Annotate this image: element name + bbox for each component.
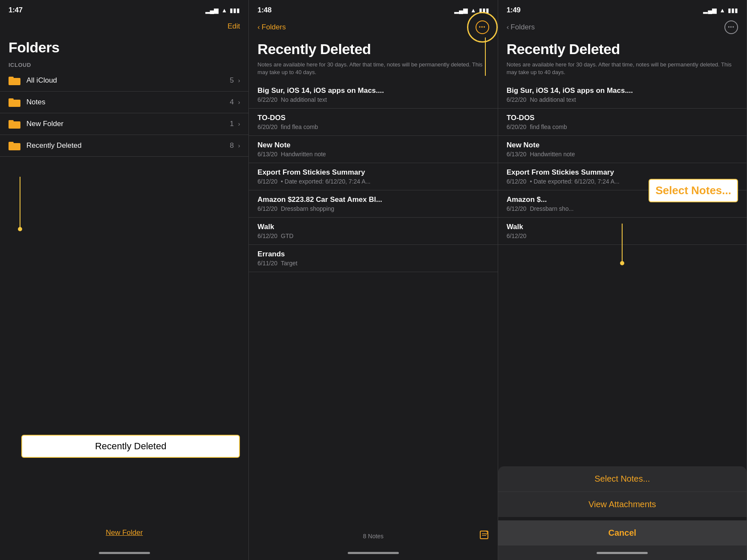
note-meta-2-0: 6/22/20 No additional text	[257, 96, 489, 103]
folder-item-recentlydeleted[interactable]: Recently Deleted 8 ›	[0, 135, 248, 157]
select-notes-label: Select Notes...	[594, 474, 650, 483]
new-folder-link[interactable]: New Folder	[0, 520, 248, 546]
back-button-2[interactable]: ‹ Folders	[257, 23, 286, 32]
note-preview-2-0: No additional text	[281, 96, 327, 103]
panel-1-folders: 1:47 ▂▄▆ ▲ ▮▮▮ Edit Folders ICLOUD All i…	[0, 0, 249, 560]
annotation-dot-1	[18, 227, 22, 231]
annotation-line-3	[622, 224, 623, 262]
edit-button[interactable]: Edit	[228, 22, 240, 31]
note-item-2-6[interactable]: Errands 6/11/20 Target	[249, 245, 497, 272]
home-indicator-1	[0, 546, 248, 560]
panel-3-action-sheet: 1:49 ▂▄▆ ▲ ▮▮▮ ‹ Folders ••• Recently De…	[498, 0, 747, 560]
folder-name-allicloud: All iCloud	[26, 76, 230, 85]
note-meta-2-3: 6/12/20 • Date exported: 6/12/20, 7:24 A…	[257, 178, 489, 185]
folder-name-recentlydeleted: Recently Deleted	[26, 141, 230, 150]
action-sheet-select-notes[interactable]: Select Notes...	[498, 466, 747, 492]
chevron-left-icon-3: ‹	[507, 23, 509, 32]
action-sheet: Select Notes... View Attachments	[498, 466, 747, 517]
folder-item-newfolder[interactable]: New Folder 1 ›	[0, 113, 248, 135]
folder-icon-notes	[9, 98, 20, 107]
note-title-3-0: Big Sur, iOS 14, iOS apps on Macs....	[507, 86, 738, 95]
note-preview-3-1: find flea comb	[530, 123, 567, 130]
folder-item-all-icloud[interactable]: All iCloud 5 ›	[0, 70, 248, 92]
chevron-recentlydeleted: ›	[238, 142, 240, 149]
chevron-notes: ›	[238, 99, 240, 106]
battery-icon-2: ▮▮▮	[479, 7, 489, 14]
note-date-2-1: 6/20/20	[257, 123, 277, 130]
status-time-2: 1:48	[257, 6, 271, 14]
note-meta-3-0: 6/22/20 No additional text	[507, 96, 738, 103]
folder-icon-allicloud	[9, 76, 20, 85]
panel-2-recently-deleted: 1:48 ▂▄▆ ▲ ▮▮▮ ‹ Folders ••• Recently De…	[249, 0, 498, 560]
ellipsis-button-3[interactable]: •••	[724, 20, 738, 34]
note-item-2-5[interactable]: Walk 6/12/20 GTD	[249, 218, 497, 245]
note-date-2-0: 6/22/20	[257, 96, 277, 103]
view-attachments-label: View Attachments	[588, 500, 656, 509]
note-meta-3-1: 6/20/20 find flea comb	[507, 123, 738, 130]
note-preview-2-4: Dressbarn shopping	[281, 205, 334, 212]
svg-rect-9	[480, 531, 488, 539]
folder-icon-recentlydeleted	[9, 141, 20, 150]
action-sheet-cancel[interactable]: Cancel	[498, 520, 747, 546]
note-meta-3-4: 6/12/20 Dressbarn sho...	[507, 205, 738, 212]
signal-icon-3: ▂▄▆	[703, 7, 717, 14]
ellipsis-button-2[interactable]: •••	[476, 20, 489, 34]
note-preview-3-0: No additional text	[530, 96, 576, 103]
ellipsis-button-wrapper: •••	[476, 20, 489, 34]
note-date-3-1: 6/20/20	[507, 123, 527, 130]
folder-name-notes: Notes	[26, 98, 230, 106]
cancel-label: Cancel	[609, 528, 637, 537]
wifi-icon-3: ▲	[719, 7, 725, 14]
note-date-2-2: 6/13/20	[257, 151, 277, 158]
folder-icon-newfolder	[9, 119, 20, 129]
note-preview-2-6: Target	[281, 260, 297, 267]
signal-icon-1: ▂▄▆	[205, 7, 219, 14]
action-sheet-view-attachments[interactable]: View Attachments	[498, 492, 747, 517]
status-icons-1: ▂▄▆ ▲ ▮▮▮	[205, 7, 240, 14]
note-title-2-6: Errands	[257, 250, 489, 258]
note-item-2-4[interactable]: Amazon $223.82 Car Seat Amex Bl... 6/12/…	[249, 190, 497, 218]
note-preview-2-1: find flea comb	[281, 123, 318, 130]
status-bar-1: 1:47 ▂▄▆ ▲ ▮▮▮	[0, 0, 248, 19]
note-item-2-1[interactable]: TO-DOS 6/20/20 find flea comb	[249, 109, 497, 136]
note-item-2-0[interactable]: Big Sur, iOS 14, iOS apps on Macs.... 6/…	[249, 81, 497, 109]
chevron-allicloud: ›	[238, 77, 240, 84]
home-indicator-3	[498, 546, 747, 560]
folder-item-notes[interactable]: Notes 4 ›	[0, 92, 248, 113]
note-date-3-0: 6/22/20	[507, 96, 527, 103]
status-time-1: 1:47	[9, 6, 23, 14]
note-date-3-5: 6/12/20	[507, 233, 527, 239]
page-subtitle-3: Notes are available here for 30 days. Af…	[498, 59, 747, 81]
note-preview-3-2: Handwritten note	[530, 151, 575, 158]
callout-label-text-3: Select Notes...	[655, 184, 731, 197]
signal-icon-2: ▂▄▆	[454, 7, 468, 14]
page-title-1: Folders	[0, 36, 248, 57]
page-subtitle-2: Notes are available here for 30 days. Af…	[249, 59, 497, 81]
note-item-3-0: Big Sur, iOS 14, iOS apps on Macs.... 6/…	[498, 81, 747, 109]
svg-rect-8	[9, 142, 14, 144]
note-meta-3-2: 6/13/20 Handwritten note	[507, 151, 738, 158]
status-bar-3: 1:49 ▂▄▆ ▲ ▮▮▮	[498, 0, 747, 19]
back-button-3[interactable]: ‹ Folders	[507, 23, 535, 32]
note-title-3-2: New Note	[507, 141, 738, 149]
home-bar-3	[597, 552, 648, 554]
note-preview-2-3: • Date exported: 6/12/20, 7:24 A...	[281, 178, 370, 185]
folder-count-newfolder: 1	[230, 120, 234, 128]
wifi-icon-2: ▲	[470, 7, 476, 14]
folder-list: All iCloud 5 › Notes 4 › New Folde	[0, 70, 248, 295]
note-title-2-4: Amazon $223.82 Car Seat Amex Bl...	[257, 195, 489, 204]
section-label-icloud: ICLOUD	[0, 57, 248, 70]
wifi-icon-1: ▲	[221, 7, 227, 14]
folder-count-recentlydeleted: 8	[230, 141, 234, 150]
note-date-3-3: 6/12/20	[507, 178, 527, 185]
note-item-2-2[interactable]: New Note 6/13/20 Handwritten note	[249, 136, 497, 163]
note-date-2-4: 6/12/20	[257, 205, 277, 212]
note-preview-2-2: Handwritten note	[281, 151, 326, 158]
folder-count-allicloud: 5	[230, 76, 234, 85]
svg-rect-2	[9, 77, 14, 79]
notes-list-2: Big Sur, iOS 14, iOS apps on Macs.... 6/…	[249, 81, 497, 304]
home-bar-1	[99, 552, 150, 554]
note-item-2-3[interactable]: Export From Stickies Summary 6/12/20 • D…	[249, 163, 497, 190]
svg-rect-6	[9, 120, 14, 123]
compose-button-2[interactable]	[479, 530, 489, 543]
